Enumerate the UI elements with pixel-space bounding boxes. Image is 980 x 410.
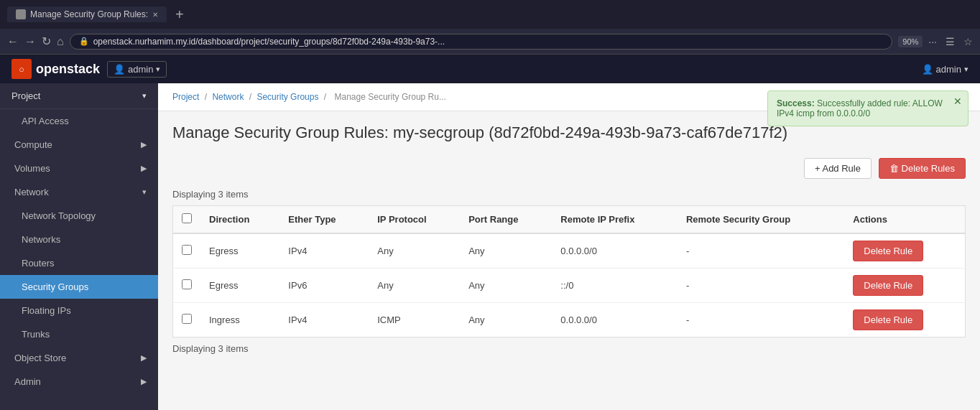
- delete-rules-button[interactable]: 🗑 Delete Rules: [879, 158, 966, 179]
- content-inner: Manage Security Group Rules: my-secgroup…: [158, 111, 980, 365]
- row-remote-ip-prefix: ::/0: [552, 268, 678, 302]
- sidebar-item-network-topology[interactable]: Network Topology: [0, 204, 158, 228]
- breadcrumb-network[interactable]: Network: [212, 92, 244, 102]
- row-ether-type: IPv4: [279, 302, 369, 337]
- notification-close-button[interactable]: ✕: [953, 95, 962, 107]
- delete-rule-button-0[interactable]: Delete Rule: [853, 241, 923, 261]
- header-actions: Actions: [844, 205, 965, 233]
- row-checkbox-cell: [173, 302, 201, 337]
- user-icon: 👤: [922, 64, 933, 75]
- user-chevron-icon: ▾: [964, 65, 969, 74]
- table-row: Ingress IPv4 ICMP Any 0.0.0.0/0 - Delete…: [173, 302, 966, 337]
- add-rule-label: + Add Rule: [815, 163, 861, 174]
- delete-rule-button-2[interactable]: Delete Rule: [853, 309, 923, 330]
- browser-icons: ··· ☰ ☆: [928, 36, 973, 47]
- logo-text: openstack: [36, 62, 100, 77]
- volumes-chevron-icon: ▶: [141, 164, 147, 173]
- display-count-top: Displaying 3 items: [172, 189, 966, 200]
- sidebar-project-header[interactable]: Project ▾: [0, 83, 158, 109]
- breadcrumb-sep-1: /: [205, 92, 207, 102]
- sidebar-item-floating-ips[interactable]: Floating IPs: [0, 299, 158, 322]
- delete-rule-button-1[interactable]: Delete Rule: [853, 275, 923, 296]
- add-rule-button[interactable]: + Add Rule: [804, 158, 872, 179]
- reload-button[interactable]: ↻: [42, 34, 51, 48]
- pocket-icon[interactable]: ☰: [946, 36, 955, 47]
- sidebar-item-routers[interactable]: Routers: [0, 251, 158, 275]
- admin-chevron-icon: ▾: [156, 65, 160, 74]
- table-body: Egress IPv4 Any Any 0.0.0.0/0 - Delete R…: [173, 233, 966, 337]
- content-area: ✕ Success: Successfully added rule: ALLO…: [158, 83, 980, 410]
- header-port-range: Port Range: [460, 205, 552, 233]
- row-checkbox-cell: [173, 268, 201, 302]
- top-bar-left: ○ openstack 👤 admin ▾: [11, 59, 167, 79]
- sidebar-label-routers: Routers: [22, 258, 55, 269]
- openstack-logo: ○ openstack: [11, 59, 100, 79]
- url-text: openstack.nurhamim.my.id/dashboard/proje…: [93, 37, 445, 47]
- row-port-range: Any: [460, 302, 552, 337]
- sidebar: Project ▾ API Access Compute ▶ Volumes ▶…: [0, 83, 158, 410]
- sidebar-item-admin[interactable]: Admin ▶: [0, 370, 158, 393]
- browser-tab[interactable]: Manage Security Group Rules: ✕: [7, 6, 167, 22]
- row-checkbox-2[interactable]: [182, 314, 192, 324]
- row-direction: Egress: [200, 233, 279, 269]
- tab-close-button[interactable]: ✕: [152, 11, 158, 19]
- breadcrumb-security-groups[interactable]: Security Groups: [256, 92, 318, 102]
- sidebar-item-network[interactable]: Network ▾: [0, 180, 158, 204]
- row-action-cell: Delete Rule: [844, 233, 965, 269]
- row-remote-security-group: -: [678, 302, 844, 337]
- home-button[interactable]: ⌂: [57, 35, 64, 48]
- app-container: ○ openstack 👤 admin ▾ 👤 admin ▾ Project …: [0, 55, 980, 410]
- sidebar-label-networks: Networks: [22, 234, 60, 245]
- sidebar-item-object-store[interactable]: Object Store ▶: [0, 346, 158, 370]
- sidebar-project-label: Project: [11, 90, 40, 101]
- select-all-checkbox[interactable]: [182, 213, 192, 223]
- back-button[interactable]: ←: [7, 35, 19, 48]
- admin-menu[interactable]: 👤 admin ▾: [107, 61, 167, 78]
- new-tab-button[interactable]: +: [175, 6, 184, 23]
- forward-button[interactable]: →: [24, 35, 36, 48]
- sidebar-item-volumes[interactable]: Volumes ▶: [0, 157, 158, 180]
- sidebar-label-trunks: Trunks: [22, 329, 50, 340]
- sidebar-label-floating-ips: Floating IPs: [22, 305, 71, 316]
- tab-title: Manage Security Group Rules:: [30, 9, 148, 19]
- sidebar-label-api-access: API Access: [22, 116, 69, 126]
- row-checkbox-0[interactable]: [182, 245, 192, 255]
- delete-rules-label: 🗑 Delete Rules: [889, 163, 955, 174]
- row-remote-ip-prefix: 0.0.0.0/0: [552, 302, 678, 337]
- header-ip-protocol: IP Protocol: [369, 205, 460, 233]
- openstack-logo-icon: ○: [11, 59, 32, 79]
- network-chevron-icon: ▾: [142, 187, 147, 197]
- browser-chrome: Manage Security Group Rules: ✕ +: [0, 0, 980, 29]
- sidebar-label-security-groups: Security Groups: [22, 281, 88, 292]
- sidebar-item-api-access[interactable]: API Access: [0, 109, 158, 133]
- admin-section-chevron-icon: ▶: [141, 377, 147, 386]
- tab-favicon: [16, 9, 26, 19]
- sidebar-label-object-store: Object Store: [14, 353, 66, 363]
- star-icon[interactable]: ☆: [963, 36, 973, 47]
- row-action-cell: Delete Rule: [844, 302, 965, 337]
- display-count-bottom: Displaying 3 items: [172, 343, 966, 354]
- row-port-range: Any: [460, 268, 552, 302]
- row-ether-type: IPv6: [279, 268, 369, 302]
- browser-toolbar: ← → ↻ ⌂ 🔒 openstack.nurhamim.my.id/dashb…: [0, 29, 980, 55]
- more-options-icon[interactable]: ···: [928, 36, 937, 47]
- sidebar-item-security-groups[interactable]: Security Groups: [0, 275, 158, 299]
- url-bar[interactable]: 🔒 openstack.nurhamim.my.id/dashboard/pro…: [70, 34, 893, 50]
- row-checkbox-1[interactable]: [182, 279, 192, 289]
- admin-label: admin: [128, 64, 153, 75]
- row-remote-ip-prefix: 0.0.0.0/0: [552, 233, 678, 269]
- sidebar-item-compute[interactable]: Compute ▶: [0, 133, 158, 157]
- row-action-cell: Delete Rule: [844, 268, 965, 302]
- security-rules-table: Direction Ether Type IP Protocol Port Ra…: [172, 205, 966, 337]
- table-header-row: Direction Ether Type IP Protocol Port Ra…: [173, 205, 966, 233]
- row-ether-type: IPv4: [279, 233, 369, 269]
- user-menu[interactable]: 👤 admin ▾: [922, 64, 969, 75]
- sidebar-item-networks[interactable]: Networks: [0, 228, 158, 251]
- user-label: admin: [936, 64, 961, 75]
- breadcrumb-project[interactable]: Project: [172, 92, 199, 102]
- breadcrumb-current: Manage Security Group Ru...: [335, 92, 446, 102]
- row-checkbox-cell: [173, 233, 201, 269]
- sidebar-item-trunks[interactable]: Trunks: [0, 322, 158, 346]
- row-ip-protocol: ICMP: [369, 302, 460, 337]
- admin-icon: 👤: [114, 64, 125, 75]
